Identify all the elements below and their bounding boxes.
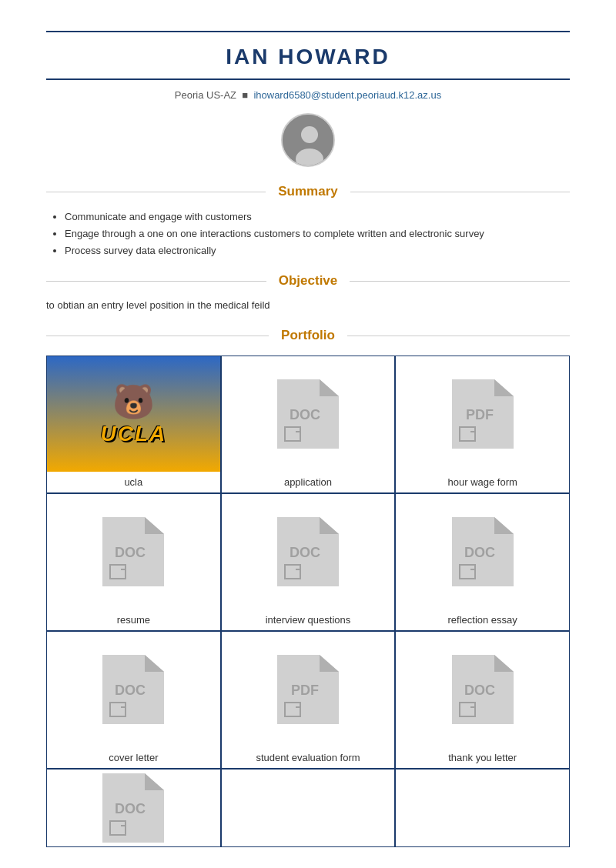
portfolio-label-application: application: [222, 472, 395, 492]
portfolio-thumb-resume: DOC: [47, 494, 220, 609]
portfolio-item-hour-wage-form[interactable]: PDF hour wage form: [395, 356, 570, 493]
svg-marker-13: [320, 517, 339, 534]
svg-text:DOC: DOC: [464, 683, 495, 698]
svg-text:DOC: DOC: [290, 545, 320, 560]
location: Peoria US-AZ: [175, 89, 236, 101]
contact-line: Peoria US-AZ ■ ihoward6580@student.peori…: [46, 89, 570, 101]
portfolio-item-cover-letter[interactable]: DOC cover letter: [46, 631, 221, 769]
svg-text:DOC: DOC: [464, 545, 495, 560]
portfolio-thumb-student-evaluation-form: PDF: [222, 632, 395, 747]
portfolio-thumb-reflection-essay: DOC: [396, 494, 569, 609]
name-bottom-border: [46, 78, 570, 80]
summary-list: Communicate and engage with customers En…: [46, 209, 570, 259]
portfolio-thumb-application: DOC: [222, 356, 395, 472]
portfolio-thumb-interview-questions: DOC: [222, 494, 395, 609]
portfolio-item-student-evaluation-form[interactable]: PDF student evaluation form: [221, 631, 396, 769]
svg-marker-22: [320, 655, 339, 672]
portfolio-item-interview-questions[interactable]: DOC interview questions: [221, 493, 396, 631]
portfolio-item-application[interactable]: DOC application: [221, 356, 396, 493]
svg-marker-16: [494, 517, 514, 534]
svg-marker-25: [494, 655, 514, 672]
portfolio-item-ucla[interactable]: 🐻 UCLA ucla: [46, 356, 221, 493]
svg-text:PDF: PDF: [466, 407, 494, 422]
portfolio-item-thank-you-letter[interactable]: DOC thank you letter: [395, 631, 570, 769]
resume-page: IAN HOWARD Peoria US-AZ ■ ihoward6580@st…: [0, 0, 616, 868]
portfolio-thumb-thank-you-letter: DOC: [396, 632, 569, 747]
portfolio-item-reflection-essay[interactable]: DOC reflection essay: [395, 493, 570, 631]
portfolio-left-line: [46, 336, 269, 336]
svg-point-1: [301, 126, 318, 143]
portfolio-right-line: [347, 336, 570, 336]
portfolio-label-hour-wage-form: hour wage form: [396, 472, 569, 492]
objective-section-header: Objective: [46, 273, 570, 289]
portfolio-item-empty-1: [221, 769, 396, 847]
avatar: [281, 113, 335, 167]
avatar-container: [46, 113, 570, 170]
objective-left-line: [46, 281, 266, 282]
candidate-name: IAN HOWARD: [46, 45, 570, 69]
summary-item-2: Engage through a one on one interactions…: [65, 225, 570, 242]
objective-text: to obtian an entry level position in the…: [46, 298, 570, 314]
summary-left-line: [46, 192, 266, 192]
portfolio-thumb-cover-letter: DOC: [47, 632, 220, 747]
portfolio-label-reflection-essay: reflection essay: [396, 609, 569, 630]
email-link[interactable]: ihoward6580@student.peoriaud.k12.az.us: [253, 89, 441, 101]
summary-label: Summary: [266, 184, 350, 199]
portfolio-item-bottom-doc[interactable]: DOC: [46, 769, 221, 847]
svg-marker-19: [145, 655, 164, 672]
portfolio-label-student-evaluation-form: student evaluation form: [222, 747, 395, 768]
portfolio-grid: 🐻 UCLA ucla DOC application: [46, 356, 570, 769]
objective-label: Objective: [266, 273, 350, 289]
portfolio-bottom-row: DOC: [46, 769, 570, 847]
portfolio-label-resume: resume: [47, 609, 220, 630]
svg-text:DOC: DOC: [115, 545, 146, 560]
svg-marker-28: [145, 773, 164, 790]
portfolio-label-cover-letter: cover letter: [47, 747, 220, 768]
portfolio-thumb-hour-wage-form: PDF: [396, 356, 569, 472]
portfolio-label-interview-questions: interview questions: [222, 609, 395, 630]
summary-item-3: Process survey data electronically: [65, 242, 570, 259]
svg-text:DOC: DOC: [115, 683, 146, 698]
top-border: [46, 31, 570, 32]
objective-right-line: [350, 281, 570, 282]
svg-text:DOC: DOC: [115, 801, 146, 816]
svg-marker-7: [494, 379, 514, 396]
portfolio-section-header: Portfolio: [46, 328, 570, 343]
portfolio-thumb-ucla: 🐻 UCLA: [47, 356, 220, 472]
svg-text:PDF: PDF: [291, 683, 319, 698]
summary-item-1: Communicate and engage with customers: [65, 209, 570, 225]
portfolio-label: Portfolio: [269, 328, 347, 343]
svg-marker-4: [320, 379, 339, 396]
portfolio-item-empty-2: [395, 769, 570, 847]
portfolio-label-thank-you-letter: thank you letter: [396, 747, 569, 768]
portfolio-thumb-bottom-doc: DOC: [47, 770, 220, 846]
summary-section-header: Summary: [46, 184, 570, 199]
portfolio-item-resume[interactable]: DOC resume: [46, 493, 221, 631]
svg-marker-10: [145, 517, 164, 534]
summary-right-line: [350, 192, 570, 192]
portfolio-label-ucla: ucla: [47, 472, 220, 492]
separator: ■: [242, 89, 248, 101]
svg-text:DOC: DOC: [290, 407, 320, 422]
